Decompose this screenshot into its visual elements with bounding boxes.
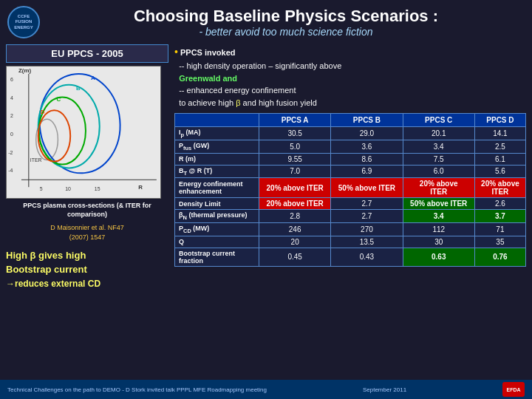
bullet-line1: -- high density operation – significantl… — [179, 61, 341, 70]
cell-ip-b: 29.0 — [331, 127, 403, 140]
svg-text:5: 5 — [40, 186, 43, 191]
high-beta-line1: High β gives high — [6, 248, 168, 263]
cell-bootstrap-a: 0.45 — [259, 248, 331, 266]
cell-density-b: 2.7 — [331, 198, 403, 210]
logo-area: CCFE FUSION ENERGY — [7, 6, 40, 38]
svg-text:B: B — [76, 85, 81, 92]
svg-text:2: 2 — [10, 113, 13, 118]
cell-r-a: 9.55 — [259, 153, 331, 165]
cell-r-b: 8.6 — [331, 153, 403, 165]
table-header-row: PPCS A PPCS B PPCS C PPCS D — [175, 114, 526, 127]
cell-bootstrap-d: 0.76 — [474, 248, 525, 266]
cell-bt-b: 6.9 — [331, 165, 403, 178]
cell-q-a: 20 — [259, 236, 331, 248]
content-area: EU PPCS - 2005 6 4 2 0 -2 -4 Z(m) — [0, 41, 532, 366]
cell-pfus-a: 5.0 — [259, 140, 331, 153]
col-header-label — [175, 114, 259, 127]
table-row: BT @ R (T) 7.0 6.9 6.0 5.6 — [175, 165, 526, 178]
header: CCFE FUSION ENERGY Choosing Baseline Phy… — [0, 0, 532, 41]
svg-text:4: 4 — [10, 95, 13, 100]
table-row: Energy confinementenhancement 20% above … — [175, 178, 526, 198]
cell-r-d: 6.1 — [474, 153, 525, 165]
bullet-line2: Greenwald and — [179, 74, 237, 83]
cell-ip-d: 14.1 — [474, 127, 525, 140]
svg-text:Z(m): Z(m) — [18, 67, 31, 74]
svg-text:A: A — [91, 75, 95, 81]
col-header-c: PPCS C — [403, 114, 474, 127]
table-row: βN (thermal pressure) 2.8 2.7 3.4 3.7 — [175, 210, 526, 223]
table-row: R (m) 9.55 8.6 7.5 6.1 — [175, 153, 526, 165]
cell-bn-b: 2.7 — [331, 210, 403, 223]
table-row: PCD (MW) 246 270 112 71 — [175, 223, 526, 236]
cell-density-a: 20% above ITER — [259, 198, 331, 210]
plasma-diagram: 6 4 2 0 -2 -4 Z(m) 5 10 15 ITER — [6, 66, 161, 199]
slide: CCFE FUSION ENERGY Choosing Baseline Phy… — [0, 0, 532, 399]
cell-density-c: 50% above ITER — [403, 198, 474, 210]
cell-bt-c: 6.0 — [403, 165, 474, 178]
svg-text:6: 6 — [10, 77, 13, 82]
table-row: Density Limit 20% above ITER 2.7 50% abo… — [175, 198, 526, 210]
svg-text:C: C — [56, 96, 61, 103]
col-header-a: PPCS A — [259, 114, 331, 127]
cell-energy-d: 20% aboveITER — [474, 178, 525, 198]
svg-text:-2: -2 — [8, 150, 13, 155]
footer-text: Technical Challenges on the path to DEMO… — [7, 386, 267, 393]
cell-energy-a: 20% above ITER — [259, 178, 331, 198]
svg-text:15: 15 — [95, 186, 100, 191]
cell-q-d: 35 — [474, 236, 525, 248]
cell-q-b: 13.5 — [331, 236, 403, 248]
bullet-icon: • — [174, 46, 178, 58]
footer-date: September 2011 — [363, 386, 406, 393]
cell-pfus-d: 2.5 — [474, 140, 525, 153]
row-label-bootstrap: Bootstrap currentfraction — [175, 248, 259, 266]
col-header-b: PPCS B — [331, 114, 403, 127]
title-area: Choosing Baseline Physics Scenarios : - … — [47, 7, 525, 38]
cell-r-c: 7.5 — [403, 153, 474, 165]
ccfe-logo: CCFE FUSION ENERGY — [7, 6, 40, 38]
main-title: Choosing Baseline Physics Scenarios : — [47, 7, 525, 26]
cell-energy-b: 50% above ITER — [331, 178, 403, 198]
right-panel: • PPCS invoked -- high density operation… — [174, 44, 526, 364]
cell-pcd-a: 246 — [259, 223, 331, 236]
cell-bt-a: 7.0 — [259, 165, 331, 178]
svg-text:ITER: ITER — [30, 157, 42, 163]
table-row: Bootstrap currentfraction 0.45 0.43 0.63… — [175, 248, 526, 266]
table-row: Pfus (GW) 5.0 3.6 3.4 2.5 — [175, 140, 526, 153]
cell-pcd-d: 71 — [474, 223, 525, 236]
row-label-r: R (m) — [175, 153, 259, 165]
cell-ip-c: 20.1 — [403, 127, 474, 140]
high-beta-line2: Bootstrap current — [6, 262, 168, 277]
sub-title: - better avoid too much science fiction — [47, 26, 525, 38]
table-row: Ip (MA) 30.5 29.0 20.1 14.1 — [175, 127, 526, 140]
cell-bn-d: 3.7 — [474, 210, 525, 223]
row-label-bt: BT @ R (T) — [175, 165, 259, 178]
bullet-line4: to achieve high β and high fusion yield — [179, 98, 317, 107]
cell-bootstrap-c: 0.63 — [403, 248, 474, 266]
svg-text:10: 10 — [65, 186, 71, 191]
row-label-pfus: Pfus (GW) — [175, 140, 259, 153]
svg-text:0: 0 — [10, 132, 13, 137]
footer-logo: EFDA — [502, 382, 525, 397]
bullet-title: PPCS invoked — [180, 48, 236, 57]
high-beta-line3: →reduces external CD — [6, 277, 168, 290]
table-body: Ip (MA) 30.5 29.0 20.1 14.1 Pfus (GW) 5.… — [175, 127, 526, 267]
high-beta-text: High β gives high Bootstrap current →red… — [6, 248, 168, 290]
cell-bn-a: 2.8 — [259, 210, 331, 223]
bullet-section: • PPCS invoked -- high density operation… — [174, 44, 526, 109]
cell-pcd-c: 112 — [403, 223, 474, 236]
cell-ip-a: 30.5 — [259, 127, 331, 140]
cell-pcd-b: 270 — [331, 223, 403, 236]
data-table: PPCS A PPCS B PPCS C PPCS D Ip (MA) 30.5… — [174, 113, 526, 267]
table-row: Q 20 13.5 30 35 — [175, 236, 526, 248]
cell-bt-d: 5.6 — [474, 165, 525, 178]
cell-pfus-c: 3.4 — [403, 140, 474, 153]
col-header-d: PPCS D — [474, 114, 525, 127]
cell-density-d: 2.6 — [474, 198, 525, 210]
author-ref: D Maisonnier et al. NF47 (2007) 1547 — [6, 223, 168, 242]
bullet-line3: -- enhanced energy confinement — [179, 86, 296, 95]
svg-text:-4: -4 — [8, 168, 13, 173]
row-label-density: Density Limit — [175, 198, 259, 210]
left-panel: EU PPCS - 2005 6 4 2 0 -2 -4 Z(m) — [6, 44, 168, 364]
cell-q-c: 30 — [403, 236, 474, 248]
svg-text:D: D — [41, 109, 45, 115]
